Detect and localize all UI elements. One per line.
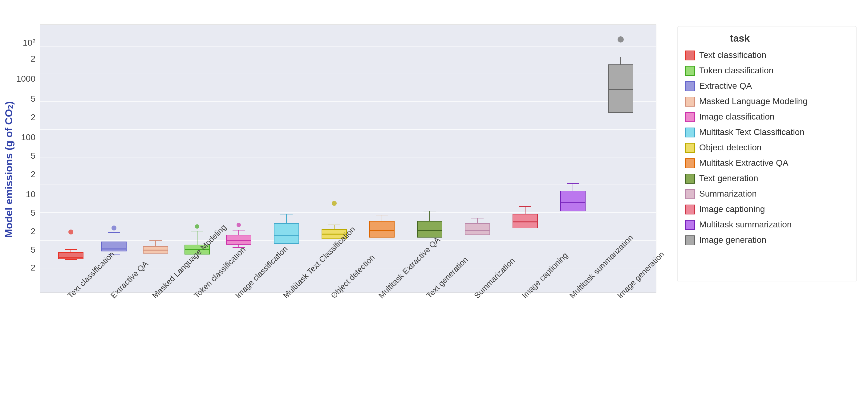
svg-point-88: [618, 36, 624, 42]
chart-container: 2 5 2 5 10 2 5 100 2 5 1000 2 102 Model …: [0, 0, 868, 403]
legend-swatch-multitask-ext: [685, 159, 694, 168]
legend-swatch-image-captioning: [685, 205, 694, 214]
legend-swatch-multitask-sum: [685, 220, 694, 229]
svg-rect-72: [465, 223, 490, 235]
legend-swatch-token-class: [685, 66, 694, 75]
svg-rect-84: [561, 191, 585, 211]
y-label-100: 100: [21, 132, 35, 142]
legend-label-multitask-text: Multitask Text Classification: [699, 127, 805, 137]
svg-rect-13: [59, 253, 83, 259]
y-label-1000: 1000: [16, 74, 35, 84]
legend-swatch-multitask-text: [685, 128, 694, 137]
svg-rect-60: [370, 221, 394, 237]
legend-swatch-image-gen: [685, 236, 694, 245]
svg-point-17: [68, 229, 73, 235]
legend-label-text-gen: Text generation: [699, 174, 758, 183]
y-label-10: 10: [26, 189, 35, 199]
y-label-2d: 2: [30, 113, 35, 122]
y-label-5c: 5: [30, 151, 35, 160]
legend-label-multitask-sum: Multitask summarization: [699, 220, 792, 229]
legend-label-token-class: Token classification: [699, 66, 773, 75]
svg-point-24: [112, 225, 117, 230]
legend-label-image-gen: Image generation: [699, 235, 766, 245]
legend-label-object-det: Object detection: [699, 143, 762, 152]
y-label-5a: 5: [30, 245, 35, 254]
svg-rect-40: [226, 235, 251, 244]
legend-swatch-image-class: [685, 113, 694, 122]
svg-rect-47: [274, 223, 299, 243]
y-axis-title: Model emissions (g of CO₂): [3, 101, 14, 238]
y-label-2e: 2: [30, 54, 35, 63]
legend-label-extractive-qa: Extractive QA: [699, 81, 752, 91]
legend-label-summarization: Summarization: [699, 189, 757, 198]
legend-swatch-text-gen: [685, 174, 694, 183]
legend-swatch-object-det: [685, 143, 694, 153]
legend-label-image-captioning: Image captioning: [699, 204, 765, 214]
legend-label-multitask-ext: Multitask Extractive QA: [699, 158, 788, 167]
main-chart: 2 5 2 5 10 2 5 100 2 5 1000 2 102 Model …: [0, 0, 868, 403]
svg-rect-20: [102, 242, 126, 251]
legend-title: task: [730, 33, 750, 44]
legend-label-image-class: Image classification: [699, 112, 774, 121]
legend-label-text-class: Text classification: [699, 50, 766, 60]
legend-label-masked-lm: Masked Language Modeling: [699, 96, 808, 106]
y-label-5b: 5: [30, 208, 35, 218]
svg-rect-91: [608, 65, 633, 113]
y-label-2b: 2: [30, 226, 35, 236]
legend-swatch-masked-lm: [685, 97, 694, 106]
svg-point-57: [332, 201, 337, 206]
legend-swatch-text-class: [685, 51, 694, 60]
svg-rect-66: [417, 221, 442, 237]
y-label-2c: 2: [30, 169, 35, 179]
y-label-5d: 5: [30, 94, 35, 103]
y-label-2a: 2: [30, 263, 35, 272]
svg-point-44: [237, 223, 241, 227]
svg-rect-78: [513, 214, 537, 228]
svg-point-37: [195, 224, 199, 228]
legend-swatch-extractive-qa: [685, 82, 694, 91]
legend-swatch-summarization: [685, 189, 694, 199]
